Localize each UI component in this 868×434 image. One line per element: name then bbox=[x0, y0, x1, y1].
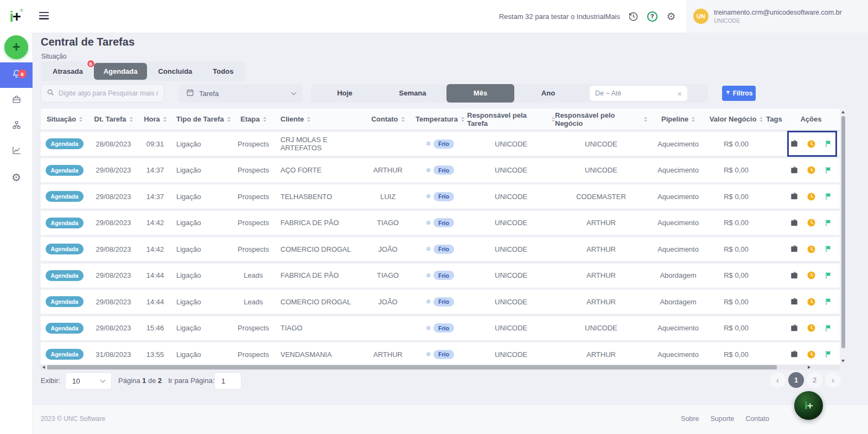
flag-icon[interactable] bbox=[824, 245, 833, 253]
prev-page-button[interactable]: ‹ bbox=[770, 372, 786, 388]
flag-icon[interactable] bbox=[824, 139, 833, 148]
brand-fab-button[interactable]: i+ bbox=[794, 391, 823, 420]
column-header-valor[interactable]: Valor Negócio bbox=[709, 115, 763, 123]
sort-icon[interactable] bbox=[163, 117, 167, 122]
footer-link-contato[interactable]: Contato bbox=[745, 415, 769, 423]
clock-icon[interactable] bbox=[807, 192, 816, 201]
tab-concluida[interactable]: Concluída bbox=[148, 63, 202, 80]
table-row[interactable]: Agendada29/08/202314:42LigaçãoProspectsC… bbox=[41, 237, 840, 261]
vertical-scroll-thumb[interactable] bbox=[841, 116, 845, 348]
clock-icon[interactable] bbox=[807, 323, 816, 333]
column-header-contato[interactable]: Contato bbox=[363, 115, 413, 123]
tab-todos[interactable]: Todos bbox=[203, 63, 243, 80]
page-button-2[interactable]: 2 bbox=[807, 372, 822, 388]
scroll-right-icon[interactable] bbox=[808, 366, 810, 369]
sort-icon[interactable] bbox=[760, 117, 763, 122]
period-ano[interactable]: Ano bbox=[514, 84, 582, 103]
flag-icon[interactable] bbox=[824, 297, 833, 306]
tab-agendada[interactable]: Agendada bbox=[94, 63, 148, 80]
table-row[interactable]: Agendada31/08/202313:55LigaçãoProspectsV… bbox=[41, 342, 840, 366]
sort-icon[interactable] bbox=[263, 117, 266, 122]
briefcase-icon[interactable] bbox=[790, 350, 799, 359]
column-header-etapa[interactable]: Etapa bbox=[231, 115, 276, 123]
table-row[interactable]: Agendada29/08/202314:37LigaçãoProspectsT… bbox=[41, 184, 840, 208]
column-header-pipeline[interactable]: Pipeline bbox=[647, 115, 709, 123]
horizontal-scrollbar[interactable] bbox=[41, 365, 840, 370]
vertical-scrollbar[interactable] bbox=[841, 108, 846, 365]
clock-icon[interactable] bbox=[807, 245, 816, 254]
sidebar-item-tasks[interactable] bbox=[0, 88, 33, 113]
table-row[interactable]: Agendada29/08/202314:44LigaçãoLeadsFABRI… bbox=[41, 264, 840, 288]
clock-icon[interactable] bbox=[807, 165, 816, 175]
sort-icon[interactable] bbox=[79, 117, 82, 122]
table-row[interactable]: Agendada29/08/202315:46LigaçãoProspectsT… bbox=[41, 316, 840, 340]
table-row[interactable]: Agendada29/08/202314:44LigaçãoLeadsCOMER… bbox=[41, 290, 840, 314]
scroll-up-icon[interactable] bbox=[841, 111, 845, 113]
briefcase-icon[interactable] bbox=[790, 297, 799, 306]
period-semana[interactable]: Semana bbox=[379, 84, 446, 103]
column-header-resp_tarefa[interactable]: Responsável pela Tarefa bbox=[467, 111, 555, 127]
flag-icon[interactable] bbox=[824, 324, 833, 333]
sort-icon[interactable] bbox=[227, 117, 231, 122]
menu-toggle-icon[interactable] bbox=[39, 12, 50, 21]
footer-link-suporte[interactable]: Suporte bbox=[710, 415, 734, 423]
column-header-dt[interactable]: Dt. Tarefa bbox=[88, 115, 138, 123]
help-icon[interactable]: ? bbox=[646, 10, 658, 22]
briefcase-icon[interactable] bbox=[790, 219, 799, 227]
clock-icon[interactable] bbox=[807, 139, 816, 149]
column-header-temperatura[interactable]: Temperatura bbox=[413, 115, 467, 123]
flag-icon[interactable] bbox=[824, 350, 833, 359]
table-row[interactable]: Agendada29/08/202314:42LigaçãoProspectsF… bbox=[41, 211, 840, 235]
table-row[interactable]: Agendada28/08/202309:31LigaçãoProspectsC… bbox=[41, 132, 840, 156]
sidebar-item-reports[interactable] bbox=[0, 139, 33, 164]
sort-icon[interactable] bbox=[307, 117, 310, 122]
sort-icon[interactable] bbox=[461, 117, 464, 122]
sort-icon[interactable] bbox=[692, 117, 695, 122]
scroll-left-icon[interactable] bbox=[42, 366, 45, 369]
briefcase-icon[interactable] bbox=[790, 245, 799, 253]
add-button[interactable]: + bbox=[4, 35, 28, 59]
page-button-1[interactable]: 1 bbox=[788, 372, 804, 388]
footer-link-sobre[interactable]: Sobre bbox=[681, 415, 699, 423]
clock-icon[interactable] bbox=[807, 297, 816, 307]
next-page-button[interactable]: › bbox=[825, 372, 841, 388]
user-menu[interactable]: UN treinamento.crm@unicodesoftware.com.b… bbox=[686, 0, 868, 33]
sort-icon[interactable] bbox=[401, 117, 405, 122]
clock-icon[interactable] bbox=[807, 350, 816, 359]
column-header-tipo[interactable]: Tipo de Tarefa bbox=[172, 115, 231, 123]
clock-icon[interactable] bbox=[807, 218, 816, 227]
flag-icon[interactable] bbox=[824, 166, 833, 175]
search-input[interactable] bbox=[59, 90, 158, 97]
period-hoje[interactable]: Hoje bbox=[311, 84, 379, 103]
per-page-select[interactable]: 10 bbox=[65, 372, 112, 390]
history-icon[interactable] bbox=[627, 10, 639, 22]
filters-button[interactable]: Filtros bbox=[722, 86, 756, 101]
sort-icon[interactable] bbox=[130, 117, 133, 122]
clock-icon[interactable] bbox=[807, 271, 816, 280]
briefcase-icon[interactable] bbox=[790, 166, 799, 175]
briefcase-icon[interactable] bbox=[790, 192, 799, 201]
sidebar-item-settings[interactable]: ⚙ bbox=[0, 164, 33, 190]
period-mes[interactable]: Mês bbox=[446, 84, 514, 103]
clear-icon[interactable]: × bbox=[677, 90, 682, 98]
column-header-situacao[interactable]: Situação bbox=[41, 115, 88, 123]
flag-icon[interactable] bbox=[824, 219, 833, 227]
table-row[interactable]: Agendada29/08/202314:37LigaçãoProspectsA… bbox=[41, 158, 840, 182]
sidebar-item-pipeline[interactable] bbox=[0, 113, 33, 139]
flag-icon[interactable] bbox=[824, 192, 833, 201]
date-range-field[interactable] bbox=[595, 90, 666, 97]
gear-icon[interactable]: ⚙ bbox=[665, 10, 677, 22]
scroll-down-icon[interactable] bbox=[841, 360, 845, 362]
column-header-cliente[interactable]: Cliente bbox=[276, 115, 363, 123]
briefcase-icon[interactable] bbox=[790, 271, 799, 280]
sidebar-item-notifications[interactable]: 6 bbox=[0, 62, 33, 88]
flag-icon[interactable] bbox=[824, 271, 833, 280]
column-header-hora[interactable]: Hora bbox=[138, 115, 172, 123]
briefcase-icon[interactable] bbox=[790, 139, 799, 148]
tab-atrasada[interactable]: Atrasada 6 bbox=[43, 63, 93, 80]
horizontal-scroll-thumb[interactable] bbox=[47, 365, 777, 369]
task-type-select[interactable]: Tarefa bbox=[179, 84, 303, 103]
column-header-resp_negocio[interactable]: Responsável pelo Negócio bbox=[555, 111, 647, 127]
briefcase-icon[interactable] bbox=[790, 324, 799, 333]
goto-page-input[interactable] bbox=[214, 372, 241, 390]
